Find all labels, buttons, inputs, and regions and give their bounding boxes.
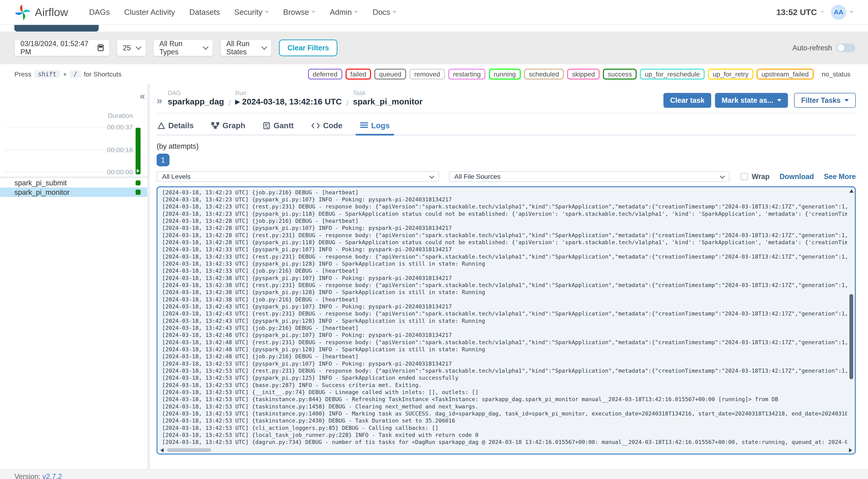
tab-logs[interactable]: Logs	[359, 118, 391, 135]
collapse-sidebar-icon[interactable]: «	[140, 91, 145, 101]
dag-run-duration-bar[interactable]	[135, 128, 141, 174]
log-line: [2024-03-18, 13:42:28 UTC] {pyspark_pi.p…	[162, 224, 847, 231]
status-badge[interactable]: running	[489, 69, 521, 79]
clear-task-button[interactable]: Clear task	[663, 93, 711, 108]
log-line: [2024-03-18, 13:42:28 UTC] {rest.py:231}…	[162, 232, 847, 239]
airflow-pinwheel-icon	[14, 4, 31, 21]
legend-row: Press shift + / for Shortcuts deferred f…	[0, 64, 868, 84]
nav-item-admin[interactable]: Admin	[330, 8, 358, 17]
status-badge[interactable]: removed	[409, 69, 445, 79]
base-date-input[interactable]: 03/18/2024, 01:52:47 PM	[14, 39, 110, 56]
log-lines[interactable]: [2024-03-18, 13:42:23 UTC] {job.py:216} …	[162, 189, 847, 447]
filter-bar: 03/18/2024, 01:52:47 PM 25 All Run Types…	[0, 32, 868, 64]
log-line: [2024-03-18, 13:42:53 UTC] {local_task_j…	[162, 432, 847, 439]
download-link[interactable]: Download	[779, 172, 814, 181]
horizontal-scrollbar[interactable]	[160, 447, 853, 452]
nav-item-cluster-activity[interactable]: Cluster Activity	[124, 8, 175, 17]
filter-tasks-button[interactable]: Filter Tasks	[794, 93, 856, 108]
status-badge[interactable]: queued	[374, 69, 406, 79]
chevron-down-icon	[849, 11, 854, 13]
task-instance-square[interactable]	[135, 181, 141, 185]
nav-item-dags[interactable]: DAGs	[89, 8, 110, 17]
footer: Version: v2.7.2	[0, 469, 868, 479]
task-instance-square[interactable]	[135, 190, 141, 195]
wrap-checkbox[interactable]	[741, 173, 748, 180]
scrolled-strip	[0, 25, 868, 32]
auto-refresh-toggle[interactable]	[836, 43, 855, 53]
vertical-scrollbar[interactable]	[849, 188, 854, 446]
num-runs-select[interactable]: 25	[117, 39, 146, 56]
by-attempts-label: (by attempts)	[157, 142, 856, 150]
axis-baseline	[0, 177, 147, 178]
scroll-left-icon[interactable]	[160, 448, 164, 452]
run-states-select[interactable]: All Run States	[220, 39, 272, 56]
breadcrumb: » DAG sparkapp_dag / Run ▶ 2024-03-18, 1…	[157, 84, 856, 113]
tab-gantt[interactable]: Gantt	[262, 118, 295, 135]
breadcrumb-chevrons-icon[interactable]: »	[157, 95, 162, 106]
tab-code[interactable]: Code	[310, 118, 343, 135]
status-badge[interactable]: upstream_failed	[757, 69, 814, 79]
attempt-1-button[interactable]: 1	[157, 154, 169, 166]
mark-state-as-button[interactable]: Mark state as...	[715, 93, 788, 108]
auto-refresh-label: Auto-refresh	[793, 44, 832, 52]
status-badge[interactable]: up_for_retry	[708, 69, 753, 79]
user-menu[interactable]: AA	[831, 5, 854, 20]
log-controls: All Levels All File Sources Wrap Downloa…	[157, 171, 856, 182]
tab-bar: Details Graph Gantt Code Logs	[157, 114, 856, 135]
task-list: spark_pi_submit spark_pi_monitor	[0, 178, 147, 197]
graph-icon	[211, 122, 219, 129]
status-badge[interactable]: scheduled	[524, 69, 564, 79]
nav-item-datasets[interactable]: Datasets	[189, 8, 220, 17]
tab-details[interactable]: Details	[157, 118, 195, 135]
version-link[interactable]: v2.7.2	[42, 472, 62, 479]
breadcrumb-dag-value[interactable]: sparkapp_dag	[167, 97, 224, 106]
chevron-down-icon	[311, 11, 315, 13]
log-levels-select[interactable]: All Levels	[157, 171, 439, 182]
log-line: [2024-03-18, 13:42:48 UTC] {pyspark_pi.p…	[162, 331, 847, 339]
log-line: [2024-03-18, 13:42:38 UTC] {rest.py:231}…	[162, 282, 847, 289]
breadcrumb-task-value[interactable]: spark_pi_monitor	[353, 97, 423, 106]
chevron-down-icon	[354, 11, 358, 13]
calendar-icon[interactable]	[98, 44, 103, 51]
see-more-link[interactable]: See More	[824, 172, 856, 181]
gantt-icon	[263, 122, 270, 129]
scroll-up-icon[interactable]	[849, 189, 854, 193]
duration-tick: 00:00:37	[107, 123, 133, 131]
log-line: [2024-03-18, 13:42:53 UTC] {dagrun.py:73…	[162, 439, 847, 446]
task-row-spark-pi-submit[interactable]: spark_pi_submit	[0, 178, 147, 188]
sidebar-panel-divider[interactable]	[147, 84, 150, 469]
scroll-right-icon[interactable]	[849, 448, 852, 452]
log-line: [2024-03-18, 13:42:33 UTC] {job.py:216} …	[162, 267, 847, 274]
log-line: [2024-03-18, 13:42:43 UTC] {rest.py:231}…	[162, 310, 847, 317]
partially-hidden-button[interactable]	[14, 25, 98, 32]
file-sources-select[interactable]: All File Sources	[449, 171, 730, 182]
chevron-down-icon	[265, 11, 269, 13]
wrap-group: Wrap	[741, 172, 770, 181]
status-badge[interactable]: deferred	[308, 69, 342, 79]
status-badge[interactable]: success	[603, 69, 637, 79]
status-badge[interactable]: no_status	[817, 69, 855, 79]
clear-filters-button[interactable]: Clear Filters	[279, 39, 337, 56]
task-row-spark-pi-monitor[interactable]: spark_pi_monitor	[0, 188, 147, 197]
run-types-select[interactable]: All Run Types	[153, 39, 213, 56]
status-badge[interactable]: up_for_reschedule	[640, 69, 705, 79]
nav-item-docs[interactable]: Docs	[373, 8, 397, 17]
horizontal-scroll-thumb[interactable]	[167, 448, 211, 452]
avatar[interactable]: AA	[831, 5, 846, 20]
airflow-logo[interactable]: Airflow	[14, 4, 68, 21]
breadcrumb-run-value[interactable]: ▶ 2024-03-18, 13:42:16 UTC	[235, 97, 342, 106]
code-icon	[311, 122, 320, 129]
utc-clock-dropdown[interactable]: 13:52 UTC	[776, 7, 825, 17]
nav-item-security[interactable]: Security	[234, 8, 269, 17]
vertical-scroll-thumb[interactable]	[849, 294, 853, 379]
status-badge[interactable]: skipped	[567, 69, 600, 79]
status-badge[interactable]: failed	[346, 69, 371, 79]
nav-menu: DAGs Cluster Activity Datasets Security …	[89, 8, 397, 17]
details-icon	[158, 122, 165, 129]
tab-graph[interactable]: Graph	[210, 118, 246, 135]
manual-run-play-icon	[137, 169, 140, 173]
log-line: [2024-03-18, 13:42:33 UTC] {pyspark_pi.p…	[162, 246, 847, 253]
log-line: [2024-03-18, 13:42:43 UTC] {pyspark_pi.p…	[162, 317, 847, 324]
status-badge[interactable]: restarting	[448, 69, 486, 79]
nav-item-browse[interactable]: Browse	[283, 8, 315, 17]
